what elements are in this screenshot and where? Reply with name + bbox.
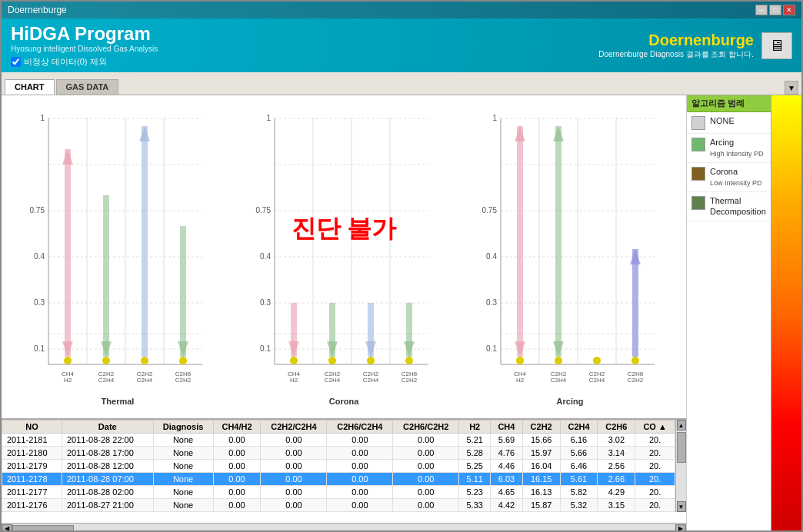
scroll-right-btn[interactable]: ▶ — [675, 524, 686, 533]
svg-text:C2H2: C2H2 — [402, 377, 418, 384]
svg-text:0.75: 0.75 — [482, 206, 498, 214]
scroll-left-btn[interactable]: ◀ — [2, 524, 12, 533]
tab-gas-data[interactable]: GAS DATA — [56, 79, 119, 95]
svg-point-100 — [516, 357, 524, 364]
maximize-button[interactable]: □ — [769, 5, 781, 15]
legend-corona: CoronaLow Intensity PD — [687, 163, 771, 192]
svg-text:0.3: 0.3 — [486, 298, 497, 307]
svg-marker-19 — [62, 149, 73, 165]
tab-chart[interactable]: CHART — [5, 79, 55, 95]
scroll-thumb[interactable] — [677, 432, 686, 463]
table-row[interactable]: 2011-21802011-08-28 17:00None0.000.000.0… — [2, 447, 675, 460]
legend-none: NONE — [687, 112, 771, 134]
svg-text:C2H2: C2H2 — [628, 377, 644, 384]
window-controls: ─ □ ✕ — [755, 5, 795, 15]
charts-container: 1 0.75 0.4 0.3 0.1 — [2, 95, 686, 418]
legend-gradient: 알고리즘 범례 NONE ArcingHigh Intensity PD Cor… — [687, 95, 801, 532]
none-label: NONE — [710, 115, 735, 126]
chart-corona: 진단 불가 1 0.75 0.4 0.3 0.1 — [232, 103, 456, 414]
col-c2h6c2h4: C2H6/C2H4 — [327, 421, 393, 434]
svg-text:1: 1 — [492, 114, 497, 122]
data-table-container: NO Date Diagnosis CH4/H2 C2H2/C2H4 C2H6/… — [2, 418, 686, 523]
legend-thermal: ThermalDecomposition — [687, 192, 771, 221]
svg-text:H2: H2 — [290, 377, 298, 384]
table-row[interactable]: 2011-21782011-08-28 07:00None0.000.000.0… — [2, 473, 675, 486]
svg-text:H2: H2 — [516, 377, 525, 384]
abnormal-data-checkbox[interactable] — [11, 57, 21, 67]
svg-point-65 — [367, 357, 375, 364]
gradient-bar — [771, 95, 801, 532]
svg-text:0.3: 0.3 — [34, 298, 45, 307]
col-diagnosis: Diagnosis — [153, 421, 213, 434]
corona-label: Corona — [329, 397, 359, 406]
legend-header: 알고리즘 범례 — [687, 95, 771, 112]
svg-text:H2: H2 — [64, 377, 72, 384]
svg-text:0.4: 0.4 — [260, 252, 271, 261]
col-c2h6: C2H6 — [598, 421, 635, 434]
col-c2h6c2h2: C2H6/C2H2 — [393, 421, 459, 434]
table-area: NO Date Diagnosis CH4/H2 C2H2/C2H4 C2H6/… — [2, 420, 686, 512]
table-row[interactable]: 2011-21812011-08-28 22:00None0.000.000.0… — [2, 434, 675, 447]
table-row[interactable]: 2011-21772011-08-28 02:00None0.000.000.0… — [2, 486, 675, 499]
checkbox-label: 비정상 데이터(0) 제외 — [24, 56, 107, 68]
header: HiDGA Program Hyosung intelligent Dissol… — [2, 18, 801, 72]
program-title: HiDGA Program — [11, 23, 158, 45]
h-scroll-track[interactable] — [12, 525, 675, 533]
svg-text:C2H4: C2H4 — [325, 377, 341, 384]
svg-text:0.1: 0.1 — [34, 344, 45, 353]
corona-color — [691, 167, 705, 181]
col-ch4: CH4 — [491, 421, 523, 434]
svg-marker-94 — [515, 126, 525, 141]
arcing-label: Arcing — [557, 397, 584, 406]
close-button[interactable]: ✕ — [783, 5, 795, 15]
svg-text:0.75: 0.75 — [30, 206, 45, 214]
col-date: Date — [62, 421, 153, 434]
svg-marker-23 — [139, 126, 150, 141]
col-co: CO ▲ — [635, 421, 675, 434]
scroll-down-btn[interactable]: ▼ — [677, 501, 686, 512]
svg-text:0.4: 0.4 — [486, 252, 497, 261]
arcing-svg: 1 0.75 0.4 0.3 0.1 — [458, 103, 682, 395]
header-right: Doernenburge Doernenburge Diagnosis 결과를 … — [598, 32, 792, 60]
svg-text:C2H2: C2H2 — [175, 377, 192, 384]
svg-text:0.4: 0.4 — [34, 252, 45, 261]
none-color — [691, 116, 705, 130]
h-scrollbar[interactable]: ◀ ▶ — [2, 523, 686, 532]
corona-label-text: CoronaLow Intensity PD — [710, 166, 762, 188]
svg-text:C2H4: C2H4 — [589, 377, 605, 384]
chart-thermal: 1 0.75 0.4 0.3 0.1 — [5, 103, 230, 414]
svg-point-27 — [102, 357, 110, 364]
window-title: Doernenburge — [8, 5, 67, 15]
tabs: CHART GAS DATA — [5, 79, 118, 95]
svg-point-64 — [328, 357, 336, 364]
col-c2h2: C2H2 — [522, 421, 560, 434]
svg-text:C2H4: C2H4 — [363, 377, 379, 384]
table-row[interactable]: 2011-21762011-08-27 21:00None0.000.000.0… — [2, 499, 675, 512]
tab-dropdown[interactable]: ▼ — [785, 81, 798, 95]
thermal-color — [691, 196, 705, 210]
svg-point-26 — [64, 357, 72, 364]
table-header-row: NO Date Diagnosis CH4/H2 C2H2/C2H4 C2H6/… — [2, 421, 675, 434]
h-scroll-thumb[interactable] — [12, 525, 74, 533]
svg-point-66 — [405, 357, 413, 364]
arcing-color — [691, 138, 705, 151]
program-subtitle: Hyosung intelligent Dissolved Gas Analys… — [11, 45, 158, 53]
main-content: 1 0.75 0.4 0.3 0.1 — [2, 95, 801, 532]
svg-text:C2H4: C2H4 — [551, 377, 567, 384]
legend-panel: 알고리즘 범례 NONE ArcingHigh Intensity PD Cor… — [686, 95, 801, 532]
header-left: HiDGA Program Hyosung intelligent Dissol… — [11, 23, 158, 68]
brand-area: Doernenburge Doernenburge Diagnosis 결과를 … — [598, 32, 754, 60]
chart-area: 1 0.75 0.4 0.3 0.1 — [2, 95, 686, 532]
col-h2: H2 — [459, 421, 491, 434]
brand-name: Doernenburge — [598, 32, 754, 49]
svg-point-28 — [141, 357, 148, 364]
table-body: 2011-21812011-08-28 22:00None0.000.000.0… — [2, 434, 675, 512]
svg-text:1: 1 — [266, 114, 271, 122]
table-row[interactable]: 2011-21792011-08-28 12:00None0.000.000.0… — [2, 460, 675, 473]
thermal-svg: 1 0.75 0.4 0.3 0.1 — [5, 103, 230, 395]
minimize-button[interactable]: ─ — [755, 5, 768, 15]
col-c2h2c2h4: C2H2/C2H4 — [261, 421, 327, 434]
svg-point-101 — [555, 357, 562, 364]
table-scrollbar[interactable]: ▲ ▼ — [675, 420, 686, 512]
scroll-up-btn[interactable]: ▲ — [677, 420, 686, 431]
